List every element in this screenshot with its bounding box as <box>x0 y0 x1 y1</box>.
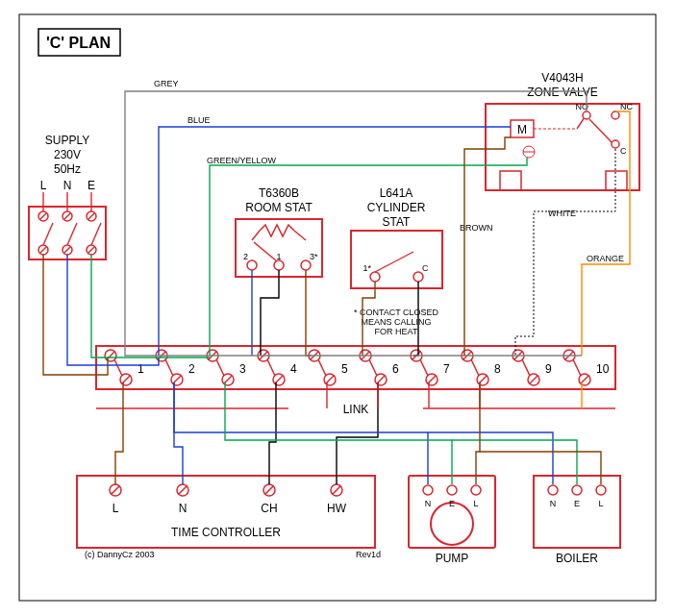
link-label: LINK <box>343 403 369 416</box>
cyl-label2: STAT <box>383 215 412 229</box>
pump-E: E <box>449 499 455 508</box>
svg-line-32 <box>254 242 277 261</box>
supply-voltage: 230V <box>54 148 81 161</box>
tc-HW: HW <box>327 502 347 515</box>
label-orange: ORANGE <box>587 254 624 263</box>
svg-point-99 <box>423 485 433 495</box>
svg-rect-28 <box>606 171 627 190</box>
NC: NC <box>620 102 633 111</box>
svg-line-12 <box>43 223 53 245</box>
svg-line-42 <box>114 359 122 376</box>
svg-line-62 <box>318 359 326 376</box>
supply-block: SUPPLY 230V 50Hz L N E <box>29 134 106 259</box>
zone-valve-model: V4043H <box>541 71 583 85</box>
boiler-L: L <box>598 499 603 508</box>
rs-t3: 3* <box>310 252 318 261</box>
boiler-E: E <box>574 499 580 508</box>
label-grey: GREY <box>154 79 179 88</box>
svg-point-102 <box>548 485 558 495</box>
junction-num-1: 1 <box>138 362 144 376</box>
pump-block: N E L PUMP <box>409 476 495 565</box>
C: C <box>620 146 627 156</box>
svg-line-37 <box>375 252 413 272</box>
svg-line-82 <box>522 359 530 376</box>
motor-M: M <box>517 123 527 136</box>
pump-L: L <box>473 499 478 508</box>
supply-N: N <box>63 179 72 192</box>
boiler-label: BOILER <box>556 552 598 565</box>
cyl-note1: * CONTACT CLOSED <box>354 308 439 317</box>
svg-line-52 <box>216 359 224 376</box>
pump-N: N <box>425 499 432 508</box>
svg-line-20 <box>577 117 585 129</box>
supply-label: SUPPLY <box>45 134 89 147</box>
cyl-model: L641A <box>380 186 413 200</box>
svg-point-103 <box>572 485 582 495</box>
svg-point-31 <box>301 260 311 270</box>
rev: Rev1d <box>356 550 381 559</box>
label-blue: BLUE <box>188 115 211 125</box>
junction-num-6: 6 <box>392 362 399 376</box>
tc-label: TIME CONTROLLER <box>171 526 281 539</box>
svg-point-35 <box>370 272 380 282</box>
cyl-t1: 1* <box>362 263 371 273</box>
svg-point-36 <box>413 272 423 282</box>
junction-num-4: 4 <box>290 362 297 376</box>
boiler-N: N <box>550 499 557 508</box>
svg-point-104 <box>596 485 606 495</box>
svg-point-100 <box>447 485 457 495</box>
svg-line-24 <box>589 119 612 142</box>
svg-line-14 <box>91 223 101 245</box>
svg-line-72 <box>420 359 428 376</box>
rs-t1: 1 <box>276 252 281 261</box>
svg-line-77 <box>471 359 479 376</box>
room-stat-block: T6360B ROOM STAT 2 1 3* <box>236 186 322 277</box>
rs-t2: 2 <box>243 252 248 261</box>
title-text: 'C' PLAN <box>46 35 111 51</box>
label-white: WHITE <box>548 209 576 218</box>
cyl-note3: FOR HEAT <box>375 327 418 336</box>
svg-point-23 <box>612 140 619 148</box>
zone-valve-block: V4043H ZONE VALVE M NO NC C <box>486 71 639 190</box>
svg-line-13 <box>67 223 77 245</box>
cyl-tC: C <box>422 263 429 273</box>
room-stat-model: T6360B <box>259 186 299 200</box>
boiler-block: N E L BOILER <box>534 476 620 565</box>
junction-num-9: 9 <box>545 362 552 376</box>
svg-line-34 <box>294 231 306 240</box>
svg-point-22 <box>612 111 619 119</box>
zone-valve-label: ZONE VALVE <box>527 86 598 99</box>
svg-line-47 <box>165 359 173 376</box>
wiring-diagram: 'C' PLAN SUPPLY 230V 50Hz L N E V4043H Z… <box>0 0 675 616</box>
svg-line-57 <box>267 359 275 376</box>
svg-line-87 <box>573 359 581 376</box>
svg-rect-27 <box>500 171 521 190</box>
svg-point-98 <box>431 503 473 545</box>
cyl-note2: MEANS CALLING <box>361 317 431 327</box>
svg-line-33 <box>252 231 260 240</box>
cyl-label: CYLINDER <box>367 201 426 214</box>
tc-N: N <box>179 502 188 515</box>
supply-L: L <box>40 179 47 192</box>
supply-E: E <box>88 179 95 192</box>
junction-num-3: 3 <box>239 362 246 376</box>
svg-line-67 <box>369 359 377 376</box>
svg-point-30 <box>274 260 284 270</box>
junction-num-8: 8 <box>494 362 501 376</box>
junction-num-10: 10 <box>596 362 610 376</box>
tc-CH: CH <box>261 502 277 515</box>
time-controller-block: TIME CONTROLLER L N CH HW <box>77 476 375 548</box>
cylinder-stat-block: L641A CYLINDER STAT 1* C * CONTACT CLOSE… <box>351 186 442 336</box>
junction-num-7: 7 <box>443 362 450 376</box>
pump-label: PUMP <box>436 552 469 565</box>
cyl-box <box>351 231 442 288</box>
junction-num-2: 2 <box>188 362 195 376</box>
svg-point-21 <box>583 111 590 119</box>
label-green: GREEN/YELLOW <box>207 156 277 165</box>
tc-L: L <box>112 502 119 515</box>
room-stat-label: ROOM STAT <box>245 201 312 214</box>
svg-point-101 <box>471 485 481 495</box>
svg-point-29 <box>247 260 257 270</box>
copyright: (c) DannyCz 2003 <box>85 550 155 559</box>
supply-freq: 50Hz <box>54 162 81 176</box>
